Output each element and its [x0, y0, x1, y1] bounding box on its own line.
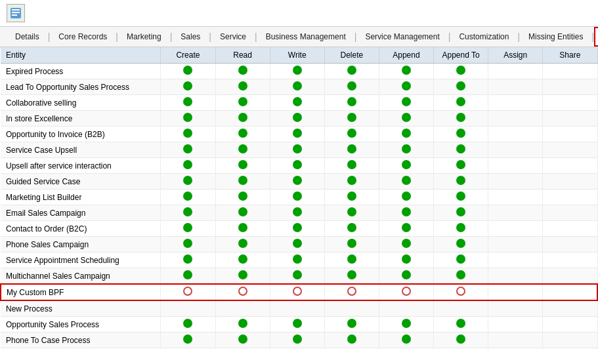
- perm-cell-assign[interactable]: [488, 127, 543, 142]
- perm-cell-share[interactable]: [543, 174, 597, 190]
- perm-cell-append[interactable]: [379, 64, 433, 79]
- perm-cell-read[interactable]: [215, 253, 270, 268]
- tab-service-management[interactable]: Service Management: [356, 28, 448, 46]
- perm-cell-read[interactable]: [215, 190, 270, 205]
- perm-cell-assign[interactable]: [488, 348, 543, 350]
- perm-cell-read[interactable]: [215, 333, 270, 348]
- perm-cell-create[interactable]: [161, 253, 215, 268]
- perm-cell-read[interactable]: [215, 237, 270, 253]
- tab-service[interactable]: Service: [211, 28, 255, 46]
- perm-cell-append-to[interactable]: [434, 348, 488, 350]
- perm-cell-write[interactable]: [270, 348, 324, 350]
- perm-cell-write[interactable]: [270, 317, 324, 333]
- perm-cell-append-to[interactable]: [434, 205, 488, 221]
- perm-cell-share[interactable]: [543, 79, 597, 95]
- perm-cell-append[interactable]: [379, 79, 433, 95]
- perm-cell-write[interactable]: [270, 253, 324, 268]
- perm-cell-share[interactable]: [543, 221, 597, 237]
- perm-cell-share[interactable]: [543, 111, 597, 127]
- perm-cell-assign[interactable]: [488, 284, 543, 300]
- perm-cell-read[interactable]: [215, 111, 270, 127]
- perm-cell-read[interactable]: [215, 158, 270, 174]
- perm-cell-delete[interactable]: [324, 253, 379, 268]
- perm-cell-assign[interactable]: [488, 333, 543, 348]
- perm-cell-delete[interactable]: [324, 205, 379, 221]
- perm-cell-write[interactable]: [270, 300, 324, 317]
- perm-cell-delete[interactable]: [324, 111, 379, 127]
- perm-cell-delete[interactable]: [324, 333, 379, 348]
- perm-cell-share[interactable]: [543, 127, 597, 142]
- perm-cell-append-to[interactable]: [434, 317, 488, 333]
- perm-cell-write[interactable]: [270, 333, 324, 348]
- perm-cell-assign[interactable]: [488, 237, 543, 253]
- perm-cell-read[interactable]: [215, 205, 270, 221]
- perm-cell-delete[interactable]: [324, 284, 379, 300]
- perm-cell-append-to[interactable]: [434, 190, 488, 205]
- perm-cell-create[interactable]: [161, 221, 215, 237]
- perm-cell-append[interactable]: [379, 284, 433, 300]
- perm-cell-append-to[interactable]: [434, 221, 488, 237]
- perm-cell-write[interactable]: [270, 237, 324, 253]
- perm-cell-delete[interactable]: [324, 190, 379, 205]
- perm-cell-append-to[interactable]: [434, 174, 488, 190]
- perm-cell-append-to[interactable]: [434, 333, 488, 348]
- perm-cell-append[interactable]: [379, 237, 433, 253]
- perm-cell-share[interactable]: [543, 158, 597, 174]
- perm-cell-share[interactable]: [543, 317, 597, 333]
- perm-cell-delete[interactable]: [324, 300, 379, 317]
- perm-cell-append[interactable]: [379, 174, 433, 190]
- perm-cell-share[interactable]: [543, 333, 597, 348]
- perm-cell-read[interactable]: [215, 127, 270, 142]
- perm-cell-create[interactable]: [161, 79, 215, 95]
- perm-cell-append[interactable]: [379, 348, 433, 350]
- perm-cell-write[interactable]: [270, 284, 324, 300]
- tab-missing-entities[interactable]: Missing Entities: [520, 28, 591, 46]
- perm-cell-assign[interactable]: [488, 64, 543, 79]
- perm-cell-create[interactable]: [161, 268, 215, 285]
- perm-cell-write[interactable]: [270, 64, 324, 79]
- perm-cell-assign[interactable]: [488, 268, 543, 285]
- perm-cell-assign[interactable]: [488, 317, 543, 333]
- perm-cell-create[interactable]: [161, 174, 215, 190]
- perm-cell-write[interactable]: [270, 95, 324, 111]
- tab-core-records[interactable]: Core Records: [50, 28, 116, 46]
- perm-cell-append[interactable]: [379, 127, 433, 142]
- perm-cell-delete[interactable]: [324, 95, 379, 111]
- perm-cell-share[interactable]: [543, 268, 597, 285]
- perm-cell-share[interactable]: [543, 190, 597, 205]
- perm-cell-delete[interactable]: [324, 127, 379, 142]
- perm-cell-append-to[interactable]: [434, 253, 488, 268]
- perm-cell-delete[interactable]: [324, 268, 379, 285]
- perm-cell-delete[interactable]: [324, 348, 379, 350]
- perm-cell-read[interactable]: [215, 268, 270, 285]
- perm-cell-assign[interactable]: [488, 95, 543, 111]
- perm-cell-create[interactable]: [161, 142, 215, 158]
- perm-cell-append[interactable]: [379, 300, 433, 317]
- perm-cell-create[interactable]: [161, 127, 215, 142]
- perm-cell-write[interactable]: [270, 79, 324, 95]
- perm-cell-append-to[interactable]: [434, 268, 488, 285]
- perm-cell-append-to[interactable]: [434, 158, 488, 174]
- perm-cell-assign[interactable]: [488, 142, 543, 158]
- perm-cell-assign[interactable]: [488, 158, 543, 174]
- perm-cell-append[interactable]: [379, 158, 433, 174]
- perm-cell-write[interactable]: [270, 142, 324, 158]
- perm-cell-assign[interactable]: [488, 174, 543, 190]
- perm-cell-read[interactable]: [215, 348, 270, 350]
- perm-cell-append-to[interactable]: [434, 64, 488, 79]
- perm-cell-share[interactable]: [543, 64, 597, 79]
- perm-cell-share[interactable]: [543, 95, 597, 111]
- perm-cell-append[interactable]: [379, 111, 433, 127]
- perm-cell-create[interactable]: [161, 95, 215, 111]
- perm-cell-create[interactable]: [161, 284, 215, 300]
- tab-customization[interactable]: Customization: [450, 28, 517, 46]
- perm-cell-create[interactable]: [161, 64, 215, 79]
- perm-cell-assign[interactable]: [488, 111, 543, 127]
- tab-marketing[interactable]: Marketing: [118, 28, 170, 46]
- perm-cell-append[interactable]: [379, 142, 433, 158]
- perm-cell-share[interactable]: [543, 142, 597, 158]
- perm-cell-assign[interactable]: [488, 79, 543, 95]
- perm-cell-delete[interactable]: [324, 174, 379, 190]
- perm-cell-write[interactable]: [270, 268, 324, 285]
- perm-cell-append-to[interactable]: [434, 127, 488, 142]
